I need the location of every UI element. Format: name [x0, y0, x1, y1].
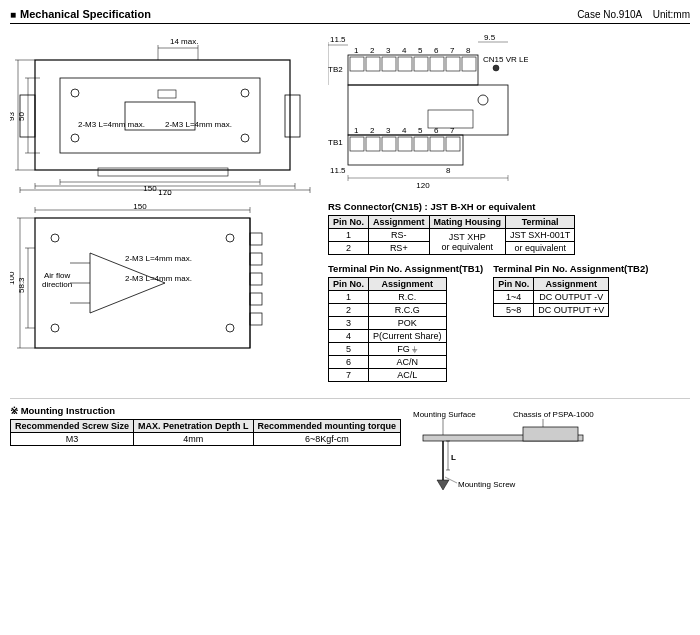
dim-93: 93 [10, 112, 16, 121]
svg-text:4: 4 [402, 126, 407, 135]
tb1-assign1: R.C. [369, 291, 447, 304]
svg-point-72 [478, 95, 488, 105]
mount-screw-val: M3 [11, 433, 134, 446]
tb2-pin1: 1~4 [494, 291, 534, 304]
header: Mechanical Specification Case No.910A Un… [10, 8, 690, 24]
svg-point-4 [71, 134, 79, 142]
svg-rect-9 [285, 95, 300, 137]
table-row: 1 R.C. [329, 291, 447, 304]
dim-115-bot: 11.5 [330, 166, 346, 175]
svg-text:5: 5 [418, 126, 423, 135]
tb2-section: Terminal Pin No. Assignment(TB2) Pin No.… [493, 263, 648, 382]
table-row: 5~8 DC OUTPUT +V [494, 304, 609, 317]
tb1-col-pin: Pin No. [329, 278, 369, 291]
air-flow-label: Air flow [44, 271, 70, 280]
tb1-assign5: FG ⏚ [369, 343, 447, 356]
table-row: 5 FG ⏚ [329, 343, 447, 356]
mount-col-depth: MAX. Penetration Depth L [134, 420, 254, 433]
svg-rect-7 [158, 90, 176, 98]
svg-rect-58 [414, 57, 428, 71]
svg-rect-53 [348, 55, 478, 85]
svg-text:7: 7 [450, 46, 455, 55]
terminal-tables: Terminal Pin No. Assignment(TB1) Pin No.… [328, 263, 690, 390]
title-text: Mechanical Specification [20, 8, 151, 20]
dim-100: 100 [10, 271, 16, 285]
table-row: M3 4mm 6~8Kgf-cm [11, 433, 401, 446]
top-view-svg: 14 max. 93 50 2-M3 L=4mm max. 2-M3 L=4mm… [10, 30, 320, 195]
rs-connector-title: RS Connector(CN15) : JST B-XH or equival… [328, 201, 690, 212]
table-row: 7 AC/L [329, 369, 447, 382]
tb1-pin3: 3 [329, 317, 369, 330]
svg-rect-54 [350, 57, 364, 71]
tb1-pin1: 1 [329, 291, 369, 304]
mounting-surface-label: Mounting Surface [413, 410, 476, 419]
mounting-layout: Mounting Instruction Recommended Screw S… [10, 405, 690, 495]
svg-text:3: 3 [386, 126, 391, 135]
tb2-col-pin: Pin No. [494, 278, 534, 291]
svg-text:8: 8 [466, 46, 471, 55]
svg-point-3 [241, 89, 249, 97]
svg-rect-40 [250, 273, 262, 285]
mount-col-torque: Recommended mounting torque [253, 420, 401, 433]
air-direction-label: direction [42, 280, 72, 289]
tb1-assign7: AC/L [369, 369, 447, 382]
tb2-assign1: DC OUTPUT -V [534, 291, 609, 304]
main-layout: 14 max. 93 50 2-M3 L=4mm max. 2-M3 L=4mm… [10, 30, 690, 390]
chassis-label: Chassis of PSPA-1000 [513, 410, 594, 419]
dim-120: 120 [416, 181, 430, 190]
rs-terminal2: or equivalent [506, 242, 575, 255]
mounting-left: Mounting Instruction Recommended Screw S… [10, 405, 401, 446]
tb2-pin2: 5~8 [494, 304, 534, 317]
rs-connector-section: RS Connector(CN15) : JST B-XH or equival… [328, 201, 690, 255]
svg-point-70 [493, 65, 499, 71]
mount-torque-val: 6~8Kgf-cm [253, 433, 401, 446]
svg-rect-98 [523, 427, 578, 441]
svg-rect-39 [250, 253, 262, 265]
svg-text:1: 1 [354, 46, 359, 55]
tb1-assign2: R.C.G [369, 304, 447, 317]
svg-rect-78 [398, 137, 412, 151]
connector-diagram: TB2 1 2 3 4 5 [328, 30, 690, 195]
svg-rect-80 [430, 137, 444, 151]
dim-115-top: 11.5 [330, 35, 346, 44]
tb2-title: Terminal Pin No. Assignment(TB2) [493, 263, 648, 274]
svg-point-30 [51, 234, 59, 242]
svg-rect-1 [60, 78, 260, 153]
tb1-assign6: AC/N [369, 356, 447, 369]
side-view-svg: Air flow direction 2-M3 L=4mm max. 2-M3 … [10, 203, 320, 383]
tb1-pin6: 6 [329, 356, 369, 369]
case-info: Case No.910A Unit:mm [577, 9, 690, 20]
table-row: 3 POK [329, 317, 447, 330]
rs-connector-table: Pin No. Assignment Mating Housing Termin… [328, 215, 575, 255]
rs-pin1: 1 [329, 229, 369, 242]
tb1-assign3: POK [369, 317, 447, 330]
mounting-screw-label: Mounting Screw [458, 480, 516, 489]
svg-rect-38 [250, 233, 262, 245]
table-row: 2 R.C.G [329, 304, 447, 317]
table-row: 4 P(Current Share) [329, 330, 447, 343]
svg-rect-10 [98, 168, 228, 176]
tb1-section: Terminal Pin No. Assignment(TB1) Pin No.… [328, 263, 483, 382]
rs-col-pinno: Pin No. [329, 216, 369, 229]
svg-text:6: 6 [434, 126, 439, 135]
screw-right-label: 2-M3 L=4mm max. [165, 120, 232, 129]
svg-rect-76 [366, 137, 380, 151]
screw-left-label: 2-M3 L=4mm max. [78, 120, 145, 129]
tb1-assign4: P(Current Share) [369, 330, 447, 343]
rs-mating1: JST XHPor equivalent [429, 229, 506, 255]
unit-label: Unit:mm [653, 9, 690, 20]
rs-pin2: 2 [329, 242, 369, 255]
svg-rect-0 [35, 60, 290, 170]
right-content: TB2 1 2 3 4 5 [328, 30, 690, 390]
l-label: L [451, 453, 456, 462]
rs-col-mating: Mating Housing [429, 216, 506, 229]
left-diagrams: 14 max. 93 50 2-M3 L=4mm max. 2-M3 L=4mm… [10, 30, 320, 390]
svg-point-2 [71, 89, 79, 97]
svg-point-32 [51, 324, 59, 332]
screw1-label: 2-M3 L=4mm max. [125, 254, 192, 263]
table-row: 1~4 DC OUTPUT -V [494, 291, 609, 304]
tb1-col-assign: Assignment [369, 278, 447, 291]
page-title: Mechanical Specification [10, 8, 151, 20]
table-row: 1 RS- JST XHPor equivalent JST SXH-001T [329, 229, 575, 242]
rs-terminal1: JST SXH-001T [506, 229, 575, 242]
